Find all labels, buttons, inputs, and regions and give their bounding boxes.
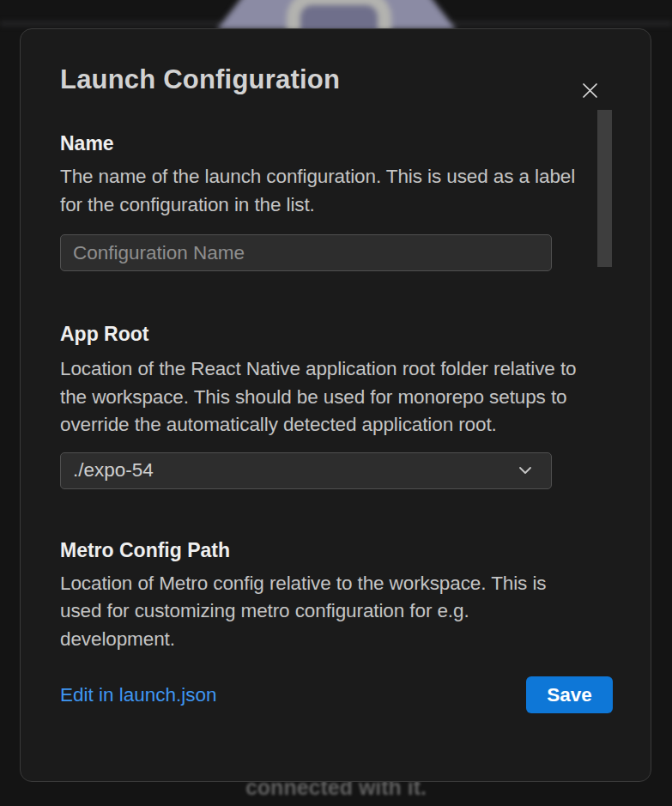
app-root-section-heading: App Root xyxy=(60,321,611,347)
edit-in-launch-json-link[interactable]: Edit in launch.json xyxy=(60,684,217,706)
metro-config-section-description: Location of Metro config relative to the… xyxy=(60,570,587,654)
name-section-description: The name of the launch configuration. Th… xyxy=(60,163,587,219)
app-root-select[interactable]: ./expo-54 xyxy=(60,452,552,489)
section-name: Name The name of the launch configuratio… xyxy=(60,130,611,271)
close-button[interactable] xyxy=(577,77,602,103)
scrollbar-thumb[interactable] xyxy=(597,110,612,267)
close-icon xyxy=(581,82,599,100)
modal-title: Launch Configuration xyxy=(60,64,611,96)
modal-footer: Edit in launch.json Save xyxy=(60,676,613,713)
save-button[interactable]: Save xyxy=(526,676,613,713)
app-root-section-description: Location of the React Native application… xyxy=(60,355,587,439)
phone-illustration-notch xyxy=(287,0,391,31)
name-section-heading: Name xyxy=(60,130,611,156)
launch-configuration-modal: Launch Configuration Name The name of th… xyxy=(20,28,651,782)
chevron-down-icon xyxy=(517,462,539,479)
app-root-select-value: ./expo-54 xyxy=(73,459,517,482)
metro-config-section-heading: Metro Config Path xyxy=(60,537,611,563)
section-metro-config-path: Metro Config Path Location of Metro conf… xyxy=(60,537,611,654)
configuration-name-input[interactable] xyxy=(60,234,552,271)
section-app-root: App Root Location of the React Native ap… xyxy=(60,321,611,489)
